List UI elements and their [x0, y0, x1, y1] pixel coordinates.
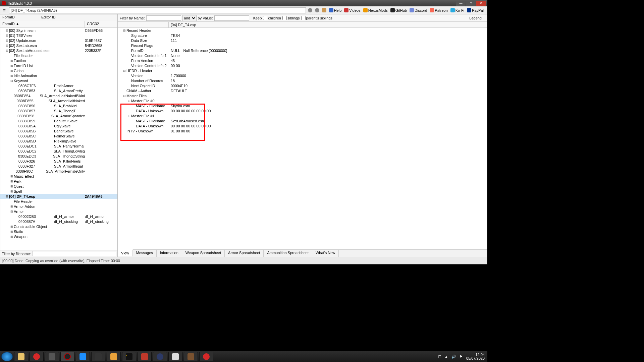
record-row[interactable]: FormIDNULL - Null Reference [00000000]: [118, 48, 487, 53]
record-row[interactable]: Form Version43: [118, 58, 487, 63]
legend-button[interactable]: Legend: [466, 15, 485, 21]
record-row[interactable]: Version Control Info 1None: [118, 53, 487, 58]
record-row[interactable]: ⊟Master File #1: [118, 113, 487, 118]
expand-icon[interactable]: ⊞: [10, 225, 14, 228]
expand-icon[interactable]: ⊟: [122, 69, 126, 72]
forward-icon[interactable]: [315, 8, 319, 12]
tab-armor-spreadsheet[interactable]: Armor Spreadsheet: [225, 250, 264, 257]
tree-row[interactable]: ⊞Constructible Object: [0, 224, 117, 229]
expand-icon[interactable]: ⊞: [10, 230, 14, 233]
link-kofi[interactable]: Ko-Fi: [450, 8, 464, 12]
plugin-tree[interactable]: ⊞[00] Skyrim.esmC665FD56⊞[01] TESV.exe⊞[…: [0, 28, 117, 250]
record-row[interactable]: MAST - FileNameSkyrim.esm: [118, 103, 487, 108]
record-row[interactable]: DATA - Unknown00 00 00 00 00 00 00 00: [118, 123, 487, 128]
tree-row[interactable]: ⊞[02] Update.esm319E4687: [0, 38, 117, 43]
tree-row[interactable]: File Header: [0, 53, 117, 58]
record-row[interactable]: Record Flags: [118, 43, 487, 48]
record-row[interactable]: Number of Records18: [118, 78, 487, 83]
expand-icon[interactable]: ⊟: [127, 114, 131, 118]
expand-icon[interactable]: ⊞: [10, 185, 14, 188]
taskbar-item[interactable]: [168, 352, 182, 361]
record-row[interactable]: Next Object ID00004E19: [118, 83, 487, 88]
taskbar-item[interactable]: [184, 352, 198, 361]
tree-row[interactable]: 0308E858SLA_ArmorSpandex: [0, 113, 117, 118]
keep-parents-siblings[interactable]: parent's siblings: [301, 16, 333, 20]
record-row[interactable]: MAST - FileNameSexLabAroused.esm: [118, 118, 487, 123]
taskbar-item[interactable]: ›: [122, 352, 136, 361]
record-grid[interactable]: ⊟Record HeaderSignatureTES4Data Size111R…: [118, 28, 487, 249]
taskbar-item[interactable]: [14, 352, 28, 361]
expand-icon[interactable]: ⊞: [10, 235, 14, 238]
tree-row[interactable]: ⊞Global: [0, 68, 117, 73]
tree-row[interactable]: ⊟Armor: [0, 209, 117, 214]
link-patreon[interactable]: Patreon: [430, 8, 448, 12]
tree-row[interactable]: ⊟[04] DF_T4.esp2A4948A6: [0, 194, 117, 199]
taskbar-item[interactable]: [91, 352, 105, 361]
expand-icon[interactable]: ⊟: [5, 195, 9, 198]
tab-weapon-spreadsheet[interactable]: Weapon Spreadsheet: [182, 250, 225, 257]
taskbar-item[interactable]: [199, 352, 213, 361]
tree-row[interactable]: 0308E855SLA_ArmorHalfNaked: [0, 98, 117, 103]
tree-row[interactable]: ⊞Magic Effect: [0, 174, 117, 179]
tab-information[interactable]: Information: [157, 250, 182, 257]
tree-row[interactable]: 0308F90CSLA_ArmorFemaleOnly: [0, 169, 117, 174]
link-discord[interactable]: Discord: [410, 8, 427, 12]
tree-row[interactable]: 0308E856SLA_Brabikini: [0, 103, 117, 108]
expand-icon[interactable]: ⊟: [122, 94, 126, 98]
tree-row[interactable]: 0308E85DRieklingSlave: [0, 138, 117, 143]
expand-icon[interactable]: ⊞: [10, 205, 14, 208]
record-row[interactable]: DATA - Unknown00 00 00 00 00 00 00 00: [118, 108, 487, 113]
tree-row[interactable]: ⊞Quest: [0, 184, 117, 189]
record-row[interactable]: ⊟Master File #0: [118, 98, 487, 103]
expand-icon[interactable]: ⊞: [10, 175, 14, 178]
record-row[interactable]: ⊟Record Header: [118, 28, 487, 33]
minimize-button[interactable]: —: [456, 1, 466, 6]
tree-row[interactable]: ⊞FormID List: [0, 63, 117, 68]
tab-messages[interactable]: Messages: [133, 250, 157, 257]
tree-row[interactable]: 0308E85CFalmerSlave: [0, 133, 117, 138]
tree-row[interactable]: ⊞Static: [0, 229, 117, 234]
tree-row[interactable]: 0400387Adf_t4_stockingdf_t4_stocking: [0, 219, 117, 224]
taskbar-item[interactable]: [45, 352, 59, 361]
back-icon[interactable]: [308, 8, 312, 12]
taskbar-item[interactable]: [76, 352, 90, 361]
tree-row[interactable]: ⊞Faction: [0, 58, 117, 63]
tree-row[interactable]: 0308E85BBanditSlave: [0, 128, 117, 133]
record-row[interactable]: ⊟Master Files: [118, 93, 487, 98]
expand-icon[interactable]: ⊞: [5, 34, 9, 37]
tree-row[interactable]: 0308E853SLA_ArmorPretty: [0, 88, 117, 93]
filter-op-select[interactable]: and: [182, 15, 197, 21]
address-field[interactable]: [04] DF_T4.esp (2A4948A6): [9, 7, 306, 13]
tree-row[interactable]: ⊞[02] SexLab.esm54ED2698: [0, 43, 117, 48]
left-columns[interactable]: FormID ▲ CRC32: [0, 21, 117, 28]
link-nexusmods[interactable]: NexusMods: [363, 8, 388, 12]
link-videos[interactable]: Videos: [344, 8, 360, 12]
tree-row[interactable]: 0308C7F6EroticArmor: [0, 83, 117, 88]
expand-icon[interactable]: ⊞: [5, 44, 9, 47]
record-row[interactable]: Version1.700000: [118, 73, 487, 78]
taskbar-item[interactable]: [138, 352, 152, 361]
expand-icon[interactable]: ⊟: [122, 29, 126, 32]
expand-icon[interactable]: ⊟: [5, 49, 9, 52]
tree-row[interactable]: 0308EDC2SLA_ThongLowleg: [0, 148, 117, 154]
tray-flag-icon[interactable]: ▲: [444, 355, 448, 359]
tree-row[interactable]: 0308EDC3SLA_ThongCString: [0, 154, 117, 159]
filter-name-input[interactable]: [146, 15, 181, 21]
taskbar-item[interactable]: [153, 352, 167, 361]
tree-row[interactable]: 0308E857SLA_ThongT: [0, 108, 117, 113]
record-row[interactable]: SignatureTES4: [118, 33, 487, 38]
filename-filter-input[interactable]: [32, 251, 116, 256]
taskbar-item[interactable]: [30, 352, 44, 361]
link-github[interactable]: GitHub: [390, 8, 407, 12]
expand-icon[interactable]: ⊟: [127, 99, 131, 103]
tab-ammunition-spreadsheet[interactable]: Ammunition Spreadsheet: [264, 250, 312, 257]
record-row[interactable]: CNAM - AuthorDEFAULT: [118, 88, 487, 93]
tree-row[interactable]: ⊟Keyword: [0, 78, 117, 83]
expand-icon[interactable]: ⊞: [10, 69, 14, 72]
tree-row[interactable]: ⊞Spell: [0, 189, 117, 194]
keep-children[interactable]: children: [263, 16, 281, 20]
record-row[interactable]: INTV - Unknown01 00 00 00: [118, 128, 487, 133]
tab-view[interactable]: View: [118, 249, 133, 256]
taskbar-item[interactable]: [107, 352, 121, 361]
record-row[interactable]: Data Size111: [118, 38, 487, 43]
